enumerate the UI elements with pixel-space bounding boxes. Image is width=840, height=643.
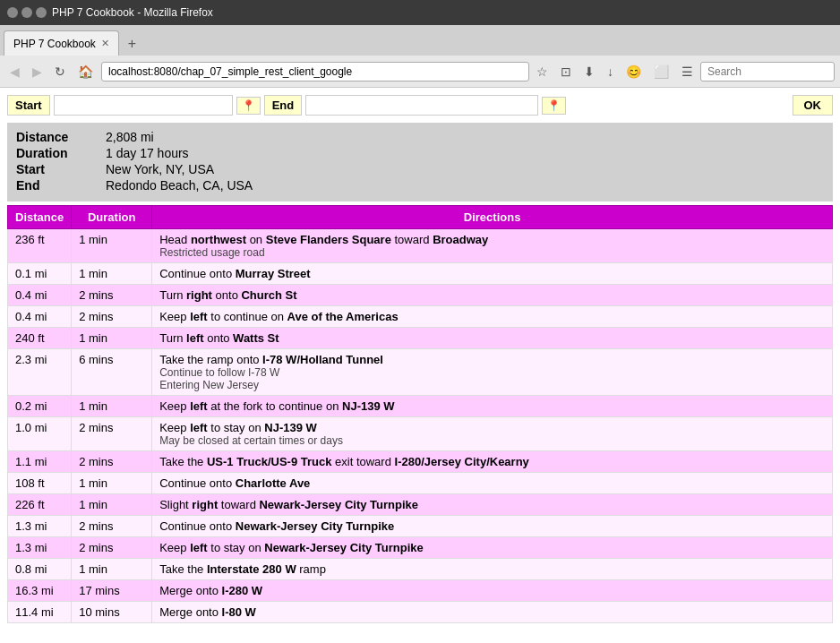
- cell-duration: 2 mins: [72, 451, 152, 473]
- back-button[interactable]: ◀: [5, 63, 24, 81]
- table-row: 0.1 mi1 minContinue onto Murray Street: [8, 263, 833, 285]
- tab-label: PHP 7 Cookbook: [13, 38, 96, 50]
- col-header-duration: Duration: [72, 206, 152, 229]
- cell-distance: 108 ft: [8, 473, 72, 494]
- cell-duration: 17 mins: [72, 580, 152, 602]
- distance-row: Distance 2,808 mi: [16, 130, 824, 144]
- cell-duration: 2 mins: [72, 417, 152, 451]
- refresh-button[interactable]: ↻: [50, 63, 70, 81]
- end-location-button[interactable]: 📍: [542, 97, 566, 115]
- cell-distance: 0.8 mi: [8, 559, 72, 580]
- table-row: 240 ft1 minTurn left onto Watts St: [8, 328, 833, 349]
- cell-direction: Keep left to continue on Ave of the Amer…: [152, 306, 833, 328]
- end-row: End Redondo Beach, CA, USA: [16, 178, 824, 193]
- cell-direction: Merge onto I-80 W: [152, 602, 833, 623]
- dot2: [21, 7, 32, 18]
- table-row: 1.0 mi2 minsKeep left to stay on NJ-139 …: [8, 417, 833, 451]
- table-row: 1.1 mi2 minsTake the US-1 Truck/US-9 Tru…: [8, 451, 833, 473]
- start-label: Start: [7, 95, 50, 116]
- cell-direction: Keep left to stay on Newark-Jersey City …: [152, 537, 833, 559]
- cell-duration: 1 min: [72, 263, 152, 285]
- cell-distance: 1.3 mi: [8, 537, 72, 559]
- cell-direction: Turn right onto Church St: [152, 285, 833, 306]
- table-row: 226 ft1 minSlight right toward Newark-Je…: [8, 494, 833, 516]
- bookmark-icon[interactable]: ☆: [533, 63, 552, 81]
- tab-bar: PHP 7 Cookbook ✕ +: [0, 25, 840, 56]
- pocket-icon[interactable]: ⬇: [580, 63, 598, 81]
- distance-key: Distance: [16, 130, 106, 144]
- nav-icons: ☆ ⊡ ⬇ ↓ 😊 ⬜ ☰: [533, 63, 697, 81]
- table-row: 2.3 mi6 minsTake the ramp onto I-78 W/Ho…: [8, 349, 833, 396]
- forward-button[interactable]: ▶: [28, 63, 47, 81]
- cell-direction: Turn left onto Watts St: [152, 328, 833, 349]
- cell-distance: 226 ft: [8, 494, 72, 516]
- route-form: Start 📍 End 📍 OK: [7, 95, 833, 116]
- start-key: Start: [16, 162, 106, 176]
- page-content: Start 📍 End 📍 OK Distance 2,808 mi Durat…: [0, 88, 840, 643]
- search-input[interactable]: [700, 62, 835, 81]
- window-title: PHP 7 Cookbook - Mozilla Firefox: [52, 6, 213, 19]
- cell-duration: 2 mins: [72, 537, 152, 559]
- cell-duration: 1 min: [72, 473, 152, 494]
- cell-direction: Merge onto I-280 W: [152, 580, 833, 602]
- active-tab[interactable]: PHP 7 Cookbook ✕: [4, 30, 119, 56]
- cell-direction: Continue onto Charlotte Ave: [152, 473, 833, 494]
- cell-distance: 1.0 mi: [8, 417, 72, 451]
- cell-distance: 11.4 mi: [8, 602, 72, 623]
- start-location-button[interactable]: 📍: [236, 97, 261, 115]
- cell-distance: 0.4 mi: [8, 285, 72, 306]
- ok-button[interactable]: OK: [793, 95, 834, 116]
- reader-icon[interactable]: ⊡: [557, 63, 575, 81]
- cell-duration: 1 min: [72, 494, 152, 516]
- home-button[interactable]: 🏠: [73, 63, 98, 81]
- cell-distance: 0.1 mi: [8, 263, 72, 285]
- route-info: Distance 2,808 mi Duration 1 day 17 hour…: [7, 123, 833, 201]
- cell-duration: 1 min: [72, 559, 152, 580]
- table-row: 0.2 mi1 minKeep left at the fork to cont…: [8, 396, 833, 417]
- url-bar[interactable]: [101, 62, 529, 81]
- duration-key: Duration: [16, 146, 106, 160]
- cell-distance: 2.3 mi: [8, 349, 72, 396]
- cell-duration: 6 mins: [72, 349, 152, 396]
- cell-distance: 0.2 mi: [8, 396, 72, 417]
- profile-icon[interactable]: 😊: [622, 63, 645, 81]
- cell-duration: 2 mins: [72, 306, 152, 328]
- directions-table: Distance Duration Directions 236 ft1 min…: [7, 205, 833, 623]
- cell-direction: Slight right toward Newark-Jersey City T…: [152, 494, 833, 516]
- cell-direction: Continue onto Murray Street: [152, 263, 833, 285]
- nav-bar: ◀ ▶ ↻ 🏠 ☆ ⊡ ⬇ ↓ 😊 ⬜ ☰: [0, 56, 840, 88]
- new-tab-button[interactable]: +: [121, 32, 143, 56]
- end-input[interactable]: [305, 95, 538, 116]
- table-row: 1.3 mi2 minsContinue onto Newark-Jersey …: [8, 516, 833, 537]
- table-row: 0.8 mi1 minTake the Interstate 280 W ram…: [8, 559, 833, 580]
- title-bar: PHP 7 Cookbook - Mozilla Firefox: [0, 0, 840, 25]
- col-header-distance: Distance: [8, 206, 72, 229]
- cell-distance: 0.4 mi: [8, 306, 72, 328]
- table-row: 11.4 mi10 minsMerge onto I-80 W: [8, 602, 833, 623]
- col-header-directions: Directions: [152, 206, 833, 229]
- cell-direction: Continue onto Newark-Jersey City Turnpik…: [152, 516, 833, 537]
- cell-duration: 10 mins: [72, 602, 152, 623]
- distance-val: 2,808 mi: [106, 130, 154, 144]
- cell-direction: Take the ramp onto I-78 W/Holland Tunnel…: [152, 349, 833, 396]
- cell-distance: 1.3 mi: [8, 516, 72, 537]
- cell-distance: 1.1 mi: [8, 451, 72, 473]
- cell-duration: 1 min: [72, 396, 152, 417]
- start-val: New York, NY, USA: [106, 162, 214, 176]
- table-row: 0.4 mi2 minsTurn right onto Church St: [8, 285, 833, 306]
- cell-distance: 236 ft: [8, 229, 72, 263]
- download-icon[interactable]: ↓: [604, 63, 617, 81]
- window-controls: [7, 7, 47, 18]
- start-input[interactable]: [54, 95, 233, 116]
- cell-duration: 1 min: [72, 229, 152, 263]
- table-row: 16.3 mi17 minsMerge onto I-280 W: [8, 580, 833, 602]
- cell-duration: 2 mins: [72, 516, 152, 537]
- tab-close-button[interactable]: ✕: [101, 38, 109, 49]
- cell-direction: Keep left to stay on NJ-139 WMay be clos…: [152, 417, 833, 451]
- start-row: Start New York, NY, USA: [16, 162, 824, 176]
- screenshot-icon[interactable]: ⬜: [650, 63, 673, 81]
- end-key: End: [16, 178, 106, 193]
- menu-icon[interactable]: ☰: [678, 63, 697, 81]
- cell-direction: Take the US-1 Truck/US-9 Truck exit towa…: [152, 451, 833, 473]
- table-row: 108 ft1 minContinue onto Charlotte Ave: [8, 473, 833, 494]
